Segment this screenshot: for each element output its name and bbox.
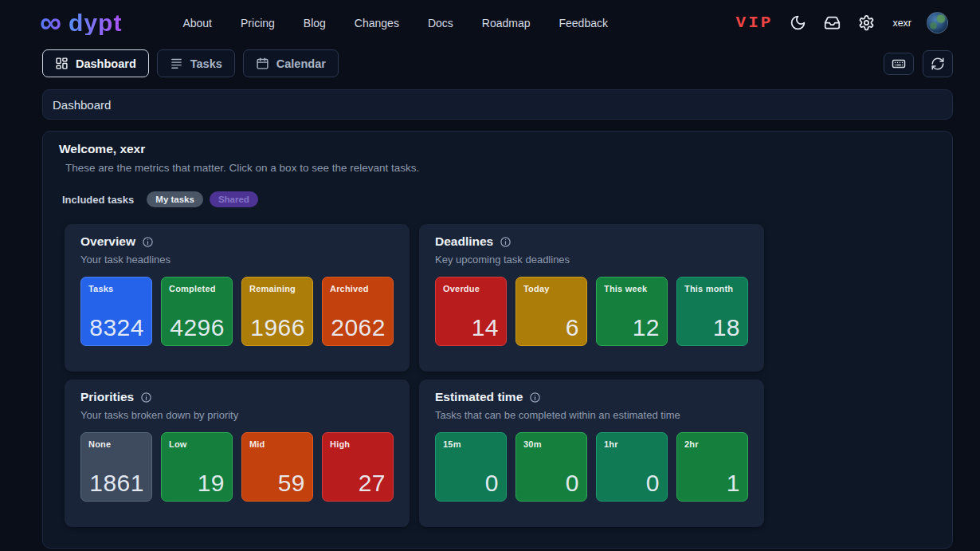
- tile-label: Overdue: [443, 284, 499, 293]
- toolbar-actions: [884, 50, 953, 77]
- card-title: Priorities: [80, 390, 134, 404]
- tile-value: 1: [727, 471, 740, 495]
- tile-low[interactable]: Low 19: [161, 432, 233, 502]
- included-tasks-label: Included tasks: [62, 194, 134, 206]
- tile-label: High: [330, 439, 386, 449]
- refresh-icon: [931, 57, 945, 71]
- priorities-card: Priorities Your tasks broken down by pri…: [65, 380, 410, 527]
- app-logo[interactable]: ∞ dypt: [40, 9, 122, 36]
- dashboard-panel: Welcome, xexr These are the metrics that…: [42, 131, 953, 549]
- tile-15m[interactable]: 15m 0: [435, 432, 507, 502]
- top-nav: ∞ dypt About Pricing Blog Changes Docs R…: [0, 0, 980, 45]
- welcome-subtitle: These are the metrics that matter. Click…: [56, 162, 939, 174]
- tile-overdue[interactable]: Overdue 14: [435, 277, 507, 346]
- tab-dashboard[interactable]: Dashboard: [42, 49, 149, 77]
- tile-label: This month: [684, 284, 740, 293]
- tab-label: Tasks: [190, 57, 222, 70]
- tile-value: 1861: [89, 471, 144, 495]
- nav-link-roadmap[interactable]: Roadmap: [482, 17, 531, 30]
- info-icon[interactable]: [500, 236, 512, 248]
- breadcrumb: Dashboard: [42, 89, 953, 120]
- card-subtitle: Your task headlines: [80, 254, 395, 266]
- tile-label: Remaining: [249, 284, 305, 293]
- tile-value: 27: [359, 471, 386, 495]
- settings-button[interactable]: [857, 14, 876, 33]
- card-title: Overview: [80, 234, 135, 249]
- keyboard-shortcuts-button[interactable]: [884, 53, 914, 75]
- overview-card: Overview Your task headlines Tasks 8324 …: [65, 224, 410, 372]
- refresh-button[interactable]: [923, 50, 953, 77]
- vip-badge[interactable]: VIP: [736, 14, 774, 32]
- tile-value: 19: [198, 471, 225, 495]
- tile-label: None: [88, 439, 144, 449]
- nav-right-cluster: VIP xexr: [736, 12, 948, 33]
- tile-high[interactable]: High 27: [322, 432, 394, 502]
- tile-value: 1966: [250, 316, 305, 340]
- tile-tasks[interactable]: Tasks 8324: [80, 277, 152, 346]
- tab-tasks[interactable]: Tasks: [157, 49, 235, 77]
- dashboard-icon: [55, 57, 69, 70]
- nav-link-blog[interactable]: Blog: [304, 17, 326, 30]
- filter-chip-shared[interactable]: Shared: [210, 191, 258, 207]
- tile-remaining[interactable]: Remaining 1966: [241, 277, 313, 346]
- tile-value: 59: [278, 471, 305, 495]
- tile-2hr[interactable]: 2hr 1: [676, 432, 748, 502]
- tasks-list-icon: [170, 57, 183, 70]
- deadlines-card: Deadlines Key upcoming task deadlines Ov…: [419, 224, 764, 372]
- inbox-button[interactable]: [822, 14, 841, 33]
- tile-this-week[interactable]: This week 12: [596, 277, 668, 346]
- tile-completed[interactable]: Completed 4296: [161, 277, 233, 346]
- tile-label: Today: [523, 284, 579, 293]
- avatar[interactable]: [927, 12, 948, 33]
- view-toolbar: Dashboard Tasks Calendar: [0, 45, 980, 77]
- tile-today[interactable]: Today 6: [515, 277, 587, 346]
- tile-label: 2hr: [684, 439, 740, 449]
- tab-calendar[interactable]: Calendar: [243, 49, 339, 77]
- theme-toggle-button[interactable]: [788, 14, 807, 33]
- tile-value: 18: [713, 316, 740, 340]
- metrics-grid: Overview Your task headlines Tasks 8324 …: [65, 224, 939, 527]
- page-content: Dashboard Welcome, xexr These are the me…: [0, 77, 980, 549]
- card-title: Estimated time: [435, 390, 523, 404]
- info-icon[interactable]: [529, 392, 541, 403]
- tile-label: Archived: [330, 284, 386, 293]
- breadcrumb-label: Dashboard: [53, 98, 111, 112]
- estimated-time-card: Estimated time Tasks that can be complet…: [419, 380, 764, 527]
- moon-icon: [790, 14, 806, 31]
- tile-label: Low: [169, 439, 225, 449]
- tile-none[interactable]: None 1861: [80, 432, 152, 502]
- nav-link-pricing[interactable]: Pricing: [241, 17, 275, 30]
- info-icon[interactable]: [142, 236, 154, 248]
- card-subtitle: Your tasks broken down by priority: [80, 409, 395, 421]
- tile-value: 0: [646, 471, 660, 495]
- tile-value: 4296: [170, 316, 225, 340]
- filter-chip-my-tasks[interactable]: My tasks: [147, 191, 203, 207]
- tile-value: 0: [566, 471, 579, 495]
- nav-link-docs[interactable]: Docs: [428, 17, 453, 30]
- tile-label: 15m: [443, 439, 499, 449]
- tile-mid[interactable]: Mid 59: [241, 432, 313, 502]
- card-subtitle: Tasks that can be completed within an es…: [435, 409, 750, 421]
- nav-link-about[interactable]: About: [182, 17, 212, 30]
- nav-link-changes[interactable]: Changes: [355, 17, 399, 30]
- tab-label: Calendar: [276, 57, 326, 70]
- tile-label: Tasks: [88, 284, 144, 293]
- nav-link-feedback[interactable]: Feedback: [559, 17, 608, 30]
- tile-value: 0: [485, 471, 499, 495]
- tile-label: Mid: [249, 439, 305, 449]
- inbox-icon: [824, 14, 841, 31]
- tile-label: 30m: [523, 439, 579, 449]
- included-tasks-row: Included tasks My tasks Shared: [56, 191, 939, 207]
- card-subtitle: Key upcoming task deadlines: [435, 254, 750, 266]
- tile-value: 2062: [331, 316, 386, 340]
- tile-archived[interactable]: Archived 2062: [322, 277, 394, 346]
- tile-1hr[interactable]: 1hr 0: [596, 432, 668, 502]
- tile-30m[interactable]: 30m 0: [515, 432, 587, 502]
- tile-this-month[interactable]: This month 18: [676, 277, 748, 346]
- info-icon[interactable]: [140, 392, 152, 403]
- tile-value: 8324: [89, 316, 144, 340]
- infinity-logo-icon: ∞: [40, 9, 61, 36]
- tile-label: This week: [604, 284, 660, 293]
- tab-label: Dashboard: [76, 57, 136, 70]
- tile-label: 1hr: [604, 439, 660, 449]
